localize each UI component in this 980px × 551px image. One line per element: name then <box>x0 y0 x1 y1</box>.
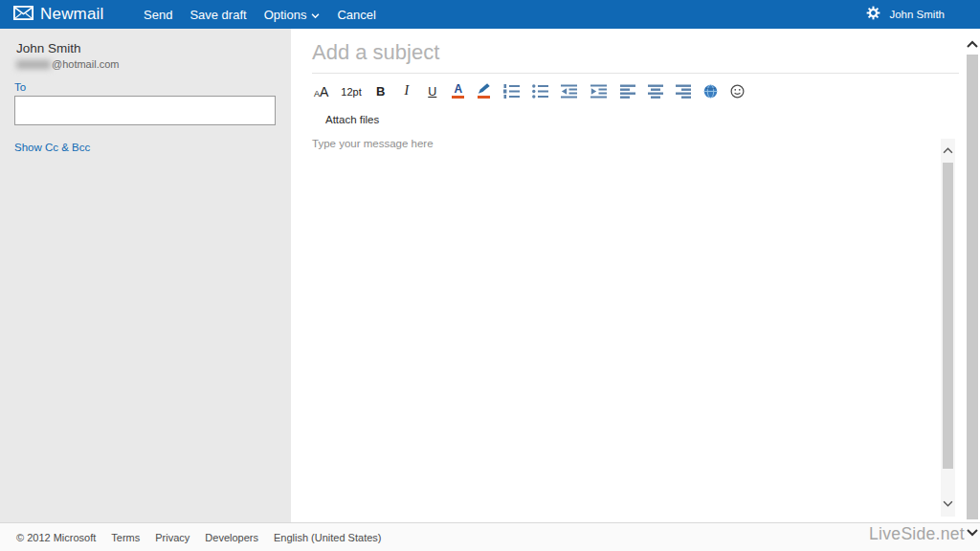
font-family-button[interactable]: AA <box>314 81 328 99</box>
highlight-color-button[interactable] <box>478 81 491 99</box>
compose-main-area: Add a subject AA 12pt B I U A <box>291 29 980 522</box>
message-body-input[interactable]: Type your message here <box>312 138 434 149</box>
scroll-down-arrow-icon[interactable] <box>941 496 955 511</box>
footer-link-developers[interactable]: Developers <box>205 532 258 543</box>
numbered-list-icon <box>503 84 520 99</box>
bullet-list-icon <box>532 84 548 99</box>
scroll-up-arrow-icon[interactable] <box>941 143 955 158</box>
align-right-button[interactable] <box>676 81 691 99</box>
align-center-icon <box>648 84 663 99</box>
page-scroll-down-arrow-icon[interactable] <box>964 525 980 540</box>
page-scrollbar-thumb[interactable] <box>967 55 978 519</box>
subject-divider <box>312 73 959 74</box>
page-scrollbar <box>964 29 980 551</box>
decrease-indent-icon <box>561 84 578 99</box>
liveside-watermark: LiveSide.net <box>869 524 965 544</box>
align-left-icon <box>620 84 635 99</box>
compose-sidebar: John Smith @hotmail.com To Show Cc & Bcc <box>0 29 291 522</box>
signed-in-user[interactable]: John Smith <box>889 9 945 20</box>
envelope-icon <box>13 6 33 24</box>
sender-name: John Smith <box>16 41 81 55</box>
to-recipients-input[interactable] <box>14 96 276 125</box>
page-scroll-up-arrow-icon[interactable] <box>964 36 980 52</box>
highlighter-pen-icon <box>478 83 491 95</box>
bullet-list-button[interactable] <box>532 81 548 99</box>
footer-link-language[interactable]: English (United States) <box>274 532 382 543</box>
show-cc-bcc-link[interactable]: Show Cc & Bcc <box>14 142 90 153</box>
sender-email-redacted <box>16 60 51 69</box>
font-size-button[interactable]: 12pt <box>341 81 361 99</box>
to-field-label: To <box>14 81 26 93</box>
compose-action-bar: Send Save draft Options Cancel <box>144 0 376 29</box>
message-scrollbar <box>941 139 955 517</box>
copyright-text: © 2012 Microsoft <box>16 532 96 543</box>
attach-files-button[interactable]: Attach files <box>325 114 379 125</box>
options-menu-button[interactable]: Options <box>264 8 321 22</box>
bold-button[interactable]: B <box>374 81 388 99</box>
formatting-toolbar: AA 12pt B I U A <box>314 79 745 100</box>
font-color-swatch <box>452 96 464 99</box>
subject-input[interactable]: Add a subject <box>312 40 439 65</box>
emoticon-button[interactable] <box>730 81 745 99</box>
topbar-user-area: John Smith <box>866 0 945 29</box>
save-draft-button[interactable]: Save draft <box>189 8 246 22</box>
send-button[interactable]: Send <box>144 8 172 22</box>
app-name: Newmail <box>40 5 104 24</box>
app-logo[interactable]: Newmail <box>13 0 104 29</box>
globe-icon <box>703 84 718 99</box>
message-scrollbar-thumb[interactable] <box>943 163 953 469</box>
increase-indent-icon <box>590 84 608 99</box>
sender-email-domain: @hotmail.com <box>52 58 119 70</box>
chevron-down-icon <box>311 8 320 22</box>
align-left-button[interactable] <box>620 81 635 99</box>
footer: © 2012 Microsoft Terms Privacy Developer… <box>0 522 980 551</box>
insert-link-button[interactable] <box>703 81 718 99</box>
footer-link-privacy[interactable]: Privacy <box>155 532 189 543</box>
align-center-button[interactable] <box>648 81 663 99</box>
footer-link-terms[interactable]: Terms <box>111 532 140 543</box>
newmail-compose-screen: Newmail Send Save draft Options Cancel <box>0 0 980 551</box>
underline-button[interactable]: U <box>426 81 439 99</box>
highlight-color-swatch <box>478 96 490 99</box>
sender-email: @hotmail.com <box>16 58 119 70</box>
gear-icon[interactable] <box>866 6 880 24</box>
cancel-button[interactable]: Cancel <box>337 8 375 22</box>
increase-indent-button[interactable] <box>590 81 608 99</box>
decrease-indent-button[interactable] <box>561 81 578 99</box>
smiley-icon <box>730 84 745 99</box>
numbered-list-button[interactable] <box>503 81 520 99</box>
italic-button[interactable]: I <box>400 81 413 99</box>
top-app-bar: Newmail Send Save draft Options Cancel <box>0 0 980 29</box>
font-color-button[interactable]: A <box>452 81 465 99</box>
align-right-icon <box>676 84 691 99</box>
